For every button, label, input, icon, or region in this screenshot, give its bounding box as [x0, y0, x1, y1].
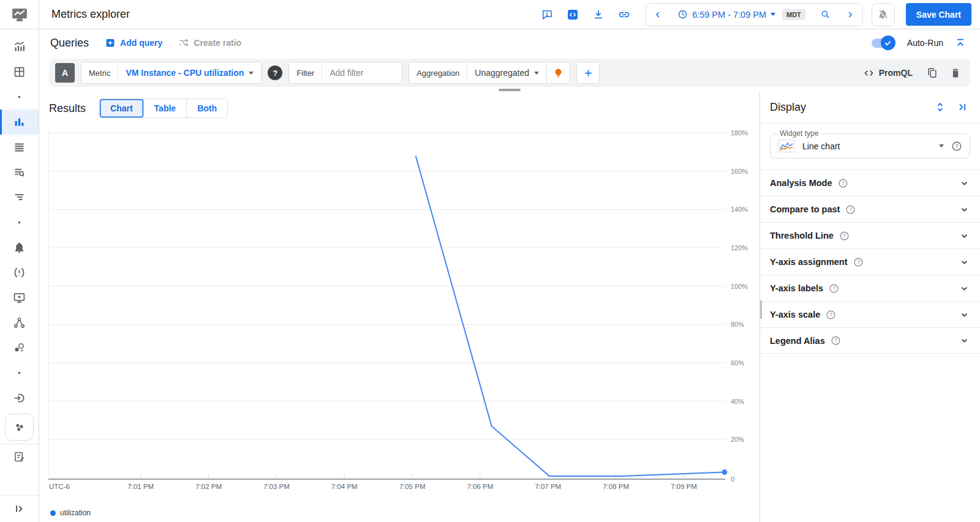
feedback-icon[interactable] — [538, 6, 556, 23]
display-section-y-axis-labels[interactable]: Y-axis labels? — [760, 275, 980, 301]
svg-text:0: 0 — [731, 475, 734, 483]
help-icon[interactable]: ? — [951, 141, 962, 152]
collapse-queries-icon[interactable] — [952, 34, 969, 51]
svg-text:7:05 PM: 7:05 PM — [399, 483, 426, 490]
sidebar-item-logs-explorer[interactable] — [0, 160, 39, 185]
copy-query-icon[interactable] — [924, 64, 941, 81]
svg-text:120%: 120% — [731, 244, 748, 252]
svg-text:80%: 80% — [731, 321, 744, 328]
expand-sidebar-icon[interactable] — [0, 495, 39, 522]
sidebar-item-monitoring-overview[interactable] — [0, 34, 39, 59]
tab-table[interactable]: Table — [143, 99, 187, 117]
metric-help-icon[interactable]: ? — [268, 65, 282, 80]
queries-heading: Queries — [50, 37, 89, 50]
sidebar-item-dashboards[interactable] — [0, 59, 39, 84]
svg-text:180%: 180% — [731, 129, 748, 136]
alert-off-icon[interactable] — [872, 3, 895, 26]
metric-selector[interactable]: VM Instance - CPU utilization — [118, 68, 261, 78]
display-section-analysis-mode[interactable]: Analysis Mode? — [760, 170, 980, 196]
widget-type-select[interactable]: Widget type Line chart ? — [770, 133, 970, 158]
metric-pill: Metric VM Instance - CPU utilization — [81, 62, 262, 84]
download-icon[interactable] — [590, 6, 607, 23]
sidebar-item-error-reporting[interactable] — [0, 260, 39, 285]
display-heading: Display — [770, 101, 926, 114]
time-zoom-button[interactable] — [813, 4, 838, 26]
monitoring-logo-icon[interactable] — [0, 0, 39, 29]
metrics-explorer-page: Metrics explorer — [0, 0, 980, 522]
sidebar-item-trace[interactable] — [0, 185, 39, 210]
save-chart-button[interactable]: Save Chart — [906, 3, 971, 26]
help-icon[interactable]: ? — [831, 335, 841, 346]
aggregation-selector[interactable]: Unaggregated — [467, 68, 546, 78]
svg-text:140%: 140% — [731, 206, 748, 213]
help-icon[interactable]: ? — [826, 310, 836, 320]
add-box-icon — [105, 37, 116, 48]
tab-chart[interactable]: Chart — [100, 99, 143, 117]
code-editor-icon[interactable] — [564, 6, 581, 23]
help-icon[interactable]: ? — [839, 231, 850, 241]
legend-dot — [50, 510, 56, 516]
add-query-button[interactable]: Add query — [105, 37, 162, 48]
suggestion-lightbulb-icon[interactable] — [546, 62, 570, 83]
collapse-panel-icon[interactable] — [954, 99, 970, 115]
sidebar-item-integrations[interactable] — [0, 386, 39, 411]
svg-text:?: ? — [857, 259, 860, 265]
copy-link-icon[interactable] — [616, 6, 633, 23]
display-section-legend-alias[interactable]: Legend Alias? — [760, 327, 980, 354]
time-back-button[interactable] — [646, 4, 670, 26]
svg-text:?: ? — [850, 206, 853, 212]
line-chart[interactable]: 020%40%60%80%100%120%140%160%180%7:01 PM… — [48, 122, 758, 498]
promql-toggle[interactable]: PromQL — [863, 67, 913, 79]
delete-query-icon[interactable] — [947, 64, 964, 81]
sidebar-item-logs[interactable] — [0, 135, 39, 160]
svg-text:7:04 PM: 7:04 PM — [331, 483, 358, 490]
chevron-down-icon — [959, 256, 970, 268]
help-icon[interactable]: ? — [853, 257, 864, 267]
time-range-selector[interactable]: 6:59 PM - 7:09 PM MDT — [670, 4, 813, 26]
sidebar-item-release-notes[interactable] — [0, 444, 39, 469]
chart-legend: utilization — [39, 507, 760, 522]
svg-text:100%: 100% — [731, 283, 748, 290]
help-icon[interactable]: ? — [838, 178, 848, 188]
panel-scrollbar[interactable] — [760, 300, 762, 319]
results-view-tabs: ChartTableBoth — [99, 99, 228, 118]
sidebar-item-uptime-checks[interactable] — [0, 285, 39, 310]
help-icon[interactable]: ? — [845, 204, 856, 215]
chevron-down-icon — [959, 335, 970, 346]
tab-both[interactable]: Both — [186, 99, 227, 117]
display-section-y-axis-scale[interactable]: Y-axis scale? — [760, 301, 980, 327]
widget-type-value: Line chart — [802, 141, 932, 151]
sidebar-item-services[interactable] — [0, 310, 39, 335]
line-chart-thumb-icon — [778, 140, 795, 152]
time-range-text: 6:59 PM - 7:09 PM — [692, 10, 766, 20]
svg-text:7:01 PM: 7:01 PM — [127, 483, 154, 490]
svg-text:?: ? — [955, 143, 958, 149]
expand-sections-icon[interactable] — [932, 99, 948, 115]
sidebar-item-metrics-explorer[interactable] — [0, 110, 39, 135]
svg-text:7:07 PM: 7:07 PM — [535, 483, 561, 490]
svg-text:?: ? — [834, 337, 837, 343]
help-icon[interactable]: ? — [829, 283, 839, 294]
sidebar-item-pinned-product[interactable] — [5, 414, 34, 441]
legend-label: utilization — [60, 509, 91, 517]
timezone-badge: MDT — [782, 9, 805, 20]
chevron-down-icon — [771, 13, 775, 16]
filter-pill: Filter Add filter — [288, 62, 402, 84]
sidebar-overflow-dot-2 — [0, 210, 39, 235]
left-sidebar — [0, 0, 39, 522]
sidebar-item-alerting[interactable] — [0, 235, 39, 260]
svg-text:7:09 PM: 7:09 PM — [671, 483, 697, 490]
filter-input[interactable]: Add filter — [322, 68, 402, 78]
code-icon — [863, 67, 875, 79]
time-forward-button[interactable] — [838, 4, 862, 26]
display-section-compare-to-past[interactable]: Compare to past? — [760, 196, 980, 222]
svg-text:?: ? — [832, 285, 835, 291]
display-section-y-axis-assignment[interactable]: Y-axis assignment? — [760, 248, 980, 275]
sidebar-item-kubernetes[interactable] — [0, 335, 39, 360]
results-chart[interactable]: 020%40%60%80%100%120%140%160%180%7:01 PM… — [39, 122, 760, 507]
auto-run-toggle[interactable] — [872, 39, 894, 48]
create-ratio-button: Create ratio — [178, 37, 241, 48]
add-subquery-button[interactable] — [576, 62, 600, 84]
display-section-threshold-line[interactable]: Threshold Line? — [760, 222, 980, 248]
svg-text:40%: 40% — [731, 398, 744, 405]
